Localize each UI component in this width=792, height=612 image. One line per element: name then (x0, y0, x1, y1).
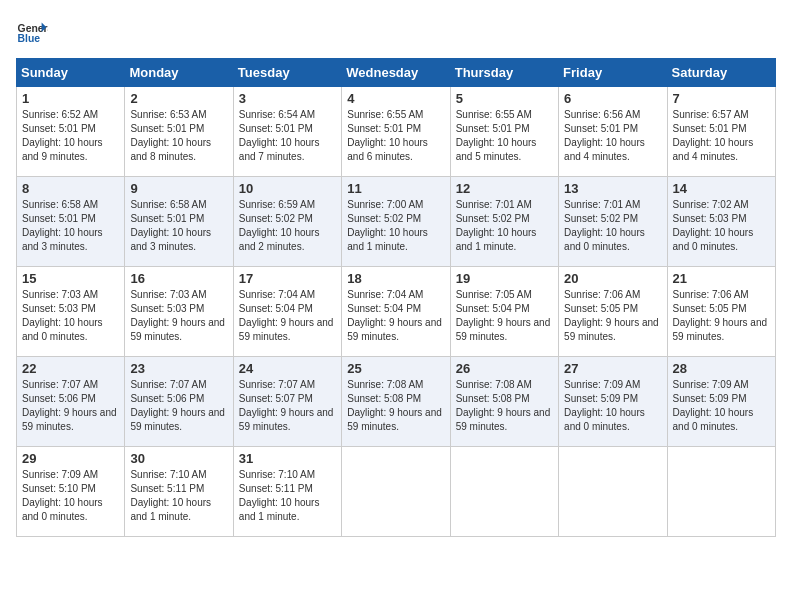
day-number: 16 (130, 271, 227, 286)
day-number: 1 (22, 91, 119, 106)
calendar-cell: 8Sunrise: 6:58 AMSunset: 5:01 PMDaylight… (17, 177, 125, 267)
day-number: 4 (347, 91, 444, 106)
weekday-header: Sunday (17, 59, 125, 87)
day-number: 24 (239, 361, 336, 376)
day-number: 3 (239, 91, 336, 106)
day-info: Sunrise: 6:59 AMSunset: 5:02 PMDaylight:… (239, 198, 336, 254)
calendar-cell: 29Sunrise: 7:09 AMSunset: 5:10 PMDayligh… (17, 447, 125, 537)
day-info: Sunrise: 6:55 AMSunset: 5:01 PMDaylight:… (456, 108, 553, 164)
day-info: Sunrise: 7:00 AMSunset: 5:02 PMDaylight:… (347, 198, 444, 254)
day-info: Sunrise: 7:10 AMSunset: 5:11 PMDaylight:… (130, 468, 227, 524)
day-info: Sunrise: 7:02 AMSunset: 5:03 PMDaylight:… (673, 198, 770, 254)
day-number: 12 (456, 181, 553, 196)
day-info: Sunrise: 6:52 AMSunset: 5:01 PMDaylight:… (22, 108, 119, 164)
day-number: 5 (456, 91, 553, 106)
calendar-cell: 23Sunrise: 7:07 AMSunset: 5:06 PMDayligh… (125, 357, 233, 447)
calendar-cell: 14Sunrise: 7:02 AMSunset: 5:03 PMDayligh… (667, 177, 775, 267)
day-info: Sunrise: 7:01 AMSunset: 5:02 PMDaylight:… (564, 198, 661, 254)
day-info: Sunrise: 7:03 AMSunset: 5:03 PMDaylight:… (22, 288, 119, 344)
day-number: 21 (673, 271, 770, 286)
weekday-header: Tuesday (233, 59, 341, 87)
day-info: Sunrise: 7:05 AMSunset: 5:04 PMDaylight:… (456, 288, 553, 344)
day-info: Sunrise: 7:07 AMSunset: 5:07 PMDaylight:… (239, 378, 336, 434)
day-number: 29 (22, 451, 119, 466)
day-info: Sunrise: 6:58 AMSunset: 5:01 PMDaylight:… (22, 198, 119, 254)
calendar-cell: 31Sunrise: 7:10 AMSunset: 5:11 PMDayligh… (233, 447, 341, 537)
day-number: 8 (22, 181, 119, 196)
calendar-cell: 3Sunrise: 6:54 AMSunset: 5:01 PMDaylight… (233, 87, 341, 177)
calendar-cell: 25Sunrise: 7:08 AMSunset: 5:08 PMDayligh… (342, 357, 450, 447)
day-number: 2 (130, 91, 227, 106)
day-number: 18 (347, 271, 444, 286)
day-info: Sunrise: 6:56 AMSunset: 5:01 PMDaylight:… (564, 108, 661, 164)
calendar-week-row: 8Sunrise: 6:58 AMSunset: 5:01 PMDaylight… (17, 177, 776, 267)
svg-text:Blue: Blue (18, 33, 41, 44)
day-number: 9 (130, 181, 227, 196)
day-info: Sunrise: 7:09 AMSunset: 5:10 PMDaylight:… (22, 468, 119, 524)
calendar-cell: 18Sunrise: 7:04 AMSunset: 5:04 PMDayligh… (342, 267, 450, 357)
calendar-cell (450, 447, 558, 537)
calendar-cell (342, 447, 450, 537)
day-number: 11 (347, 181, 444, 196)
day-number: 6 (564, 91, 661, 106)
day-number: 13 (564, 181, 661, 196)
calendar-week-row: 1Sunrise: 6:52 AMSunset: 5:01 PMDaylight… (17, 87, 776, 177)
calendar-cell: 9Sunrise: 6:58 AMSunset: 5:01 PMDaylight… (125, 177, 233, 267)
day-number: 17 (239, 271, 336, 286)
calendar-cell (559, 447, 667, 537)
calendar-cell: 10Sunrise: 6:59 AMSunset: 5:02 PMDayligh… (233, 177, 341, 267)
day-info: Sunrise: 7:04 AMSunset: 5:04 PMDaylight:… (347, 288, 444, 344)
weekday-header: Monday (125, 59, 233, 87)
logo-icon: General Blue (16, 16, 48, 48)
calendar-week-row: 22Sunrise: 7:07 AMSunset: 5:06 PMDayligh… (17, 357, 776, 447)
calendar-cell: 19Sunrise: 7:05 AMSunset: 5:04 PMDayligh… (450, 267, 558, 357)
calendar-cell: 5Sunrise: 6:55 AMSunset: 5:01 PMDaylight… (450, 87, 558, 177)
day-number: 7 (673, 91, 770, 106)
day-info: Sunrise: 7:06 AMSunset: 5:05 PMDaylight:… (564, 288, 661, 344)
weekday-header-row: SundayMondayTuesdayWednesdayThursdayFrid… (17, 59, 776, 87)
calendar-week-row: 15Sunrise: 7:03 AMSunset: 5:03 PMDayligh… (17, 267, 776, 357)
calendar-cell: 27Sunrise: 7:09 AMSunset: 5:09 PMDayligh… (559, 357, 667, 447)
day-number: 26 (456, 361, 553, 376)
calendar-cell: 7Sunrise: 6:57 AMSunset: 5:01 PMDaylight… (667, 87, 775, 177)
day-info: Sunrise: 7:06 AMSunset: 5:05 PMDaylight:… (673, 288, 770, 344)
day-number: 19 (456, 271, 553, 286)
day-info: Sunrise: 7:07 AMSunset: 5:06 PMDaylight:… (130, 378, 227, 434)
calendar-cell: 20Sunrise: 7:06 AMSunset: 5:05 PMDayligh… (559, 267, 667, 357)
day-number: 28 (673, 361, 770, 376)
calendar-cell: 30Sunrise: 7:10 AMSunset: 5:11 PMDayligh… (125, 447, 233, 537)
day-number: 31 (239, 451, 336, 466)
calendar-cell: 1Sunrise: 6:52 AMSunset: 5:01 PMDaylight… (17, 87, 125, 177)
day-info: Sunrise: 7:04 AMSunset: 5:04 PMDaylight:… (239, 288, 336, 344)
calendar-cell: 16Sunrise: 7:03 AMSunset: 5:03 PMDayligh… (125, 267, 233, 357)
day-info: Sunrise: 7:07 AMSunset: 5:06 PMDaylight:… (22, 378, 119, 434)
calendar-cell: 6Sunrise: 6:56 AMSunset: 5:01 PMDaylight… (559, 87, 667, 177)
day-info: Sunrise: 7:03 AMSunset: 5:03 PMDaylight:… (130, 288, 227, 344)
logo: General Blue (16, 16, 48, 48)
day-number: 27 (564, 361, 661, 376)
page-header: General Blue (16, 16, 776, 48)
calendar-cell: 4Sunrise: 6:55 AMSunset: 5:01 PMDaylight… (342, 87, 450, 177)
calendar-cell: 28Sunrise: 7:09 AMSunset: 5:09 PMDayligh… (667, 357, 775, 447)
weekday-header: Friday (559, 59, 667, 87)
weekday-header: Wednesday (342, 59, 450, 87)
day-info: Sunrise: 7:01 AMSunset: 5:02 PMDaylight:… (456, 198, 553, 254)
day-number: 23 (130, 361, 227, 376)
calendar-cell: 12Sunrise: 7:01 AMSunset: 5:02 PMDayligh… (450, 177, 558, 267)
day-info: Sunrise: 7:08 AMSunset: 5:08 PMDaylight:… (347, 378, 444, 434)
calendar-cell: 21Sunrise: 7:06 AMSunset: 5:05 PMDayligh… (667, 267, 775, 357)
day-number: 20 (564, 271, 661, 286)
day-info: Sunrise: 6:57 AMSunset: 5:01 PMDaylight:… (673, 108, 770, 164)
day-info: Sunrise: 6:54 AMSunset: 5:01 PMDaylight:… (239, 108, 336, 164)
day-number: 25 (347, 361, 444, 376)
day-info: Sunrise: 6:55 AMSunset: 5:01 PMDaylight:… (347, 108, 444, 164)
calendar-cell: 17Sunrise: 7:04 AMSunset: 5:04 PMDayligh… (233, 267, 341, 357)
day-number: 14 (673, 181, 770, 196)
calendar-table: SundayMondayTuesdayWednesdayThursdayFrid… (16, 58, 776, 537)
calendar-cell: 13Sunrise: 7:01 AMSunset: 5:02 PMDayligh… (559, 177, 667, 267)
day-info: Sunrise: 7:08 AMSunset: 5:08 PMDaylight:… (456, 378, 553, 434)
day-number: 22 (22, 361, 119, 376)
day-info: Sunrise: 6:58 AMSunset: 5:01 PMDaylight:… (130, 198, 227, 254)
calendar-cell: 11Sunrise: 7:00 AMSunset: 5:02 PMDayligh… (342, 177, 450, 267)
weekday-header: Saturday (667, 59, 775, 87)
